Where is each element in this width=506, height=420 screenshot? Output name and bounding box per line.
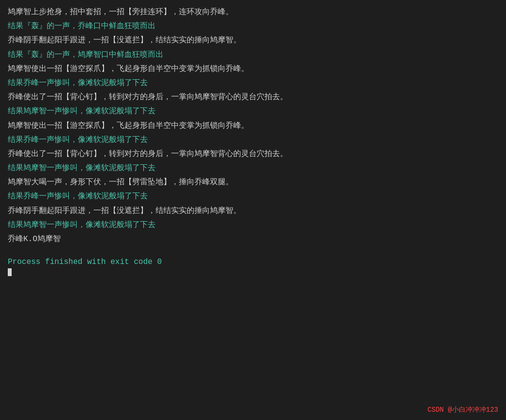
output-line: 结果鸠摩智一声惨叫，像滩软泥般塌了下去: [8, 219, 498, 232]
output-line: 结果『轰』的一声，鸠摩智口中鲜血狂喷而出: [8, 49, 498, 62]
output-line: 鸠摩智上步抢身，招中套招，一招【旁挂连环】，连环攻向乔峰。: [8, 6, 498, 19]
output-line: 结果『轰』的一声，乔峰口中鲜血狂喷而出: [8, 20, 498, 33]
cursor-line: [8, 268, 498, 276]
output-line: 结果乔峰一声惨叫，像滩软泥般塌了下去: [8, 134, 498, 147]
output-line: 乔峰阴手翻起阳手跟进，一招【没遮拦】，结结实实的捶向鸠摩智。: [8, 205, 498, 218]
output-line: 乔峰使出了一招【背心钉】，转到对方的身后，一掌向鸠摩智背心的灵台穴拍去。: [8, 91, 498, 104]
watermark: CSDN @小白冲冲冲123: [427, 405, 498, 414]
output-area: 鸠摩智上步抢身，招中套招，一招【旁挂连环】，连环攻向乔峰。结果『轰』的一声，乔峰…: [8, 6, 498, 246]
output-line: 乔峰K.O鸠摩智: [8, 233, 498, 246]
output-line: 乔峰阴手翻起阳手跟进，一招【没遮拦】，结结实实的捶向鸠摩智。: [8, 34, 498, 47]
terminal-container: 鸠摩智上步抢身，招中套招，一招【旁挂连环】，连环攻向乔峰。结果『轰』的一声，乔峰…: [0, 0, 506, 420]
output-line: 鸠摩智使出一招【游空探爪】，飞起身形自半空中变掌为抓锁向乔峰。: [8, 63, 498, 76]
output-line: 结果鸠摩智一声惨叫，像滩软泥般塌了下去: [8, 162, 498, 175]
output-line: 结果乔峰一声惨叫，像滩软泥般塌了下去: [8, 190, 498, 203]
terminal-cursor: [8, 268, 12, 276]
output-line: 乔峰使出了一招【背心钉】，转到对方的身后，一掌向鸠摩智背心的灵台穴拍去。: [8, 148, 498, 161]
output-line: 结果乔峰一声惨叫，像滩软泥般塌了下去: [8, 77, 498, 90]
process-status-line: Process finished with exit code 0: [8, 258, 498, 266]
output-line: 鸠摩智使出一招【游空探爪】，飞起身形自半空中变掌为抓锁向乔峰。: [8, 120, 498, 133]
output-line: 鸠摩智大喝一声，身形下伏，一招【劈雷坠地】，捶向乔峰双腿。: [8, 176, 498, 189]
output-line: 结果鸠摩智一声惨叫，像滩软泥般塌了下去: [8, 105, 498, 118]
